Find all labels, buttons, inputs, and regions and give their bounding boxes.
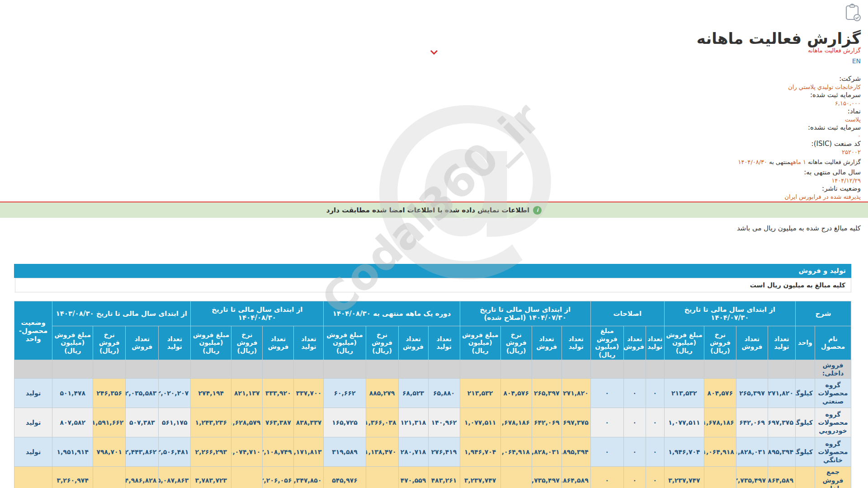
cell-status: تولید (14, 408, 52, 437)
cell-adj-amount (590, 360, 623, 379)
units-note-row: کلیه مبالغ به میلیون ریال است (15, 278, 851, 292)
header-status-col: وضعیت محصول- واحد (14, 301, 52, 360)
company-info-value-2[interactable]: پلاست (738, 116, 861, 123)
cell-b-prod: ۲,۸۶۴,۵۸۹ (561, 467, 590, 488)
amounts-note: کلیه مبالغ درج شده به میلیون ریال می باش… (737, 224, 861, 232)
cell-a-prod (768, 360, 795, 379)
chevron-down-icon[interactable] (430, 48, 438, 56)
cell-product-name: گروه محصولات خودرويي (815, 408, 851, 437)
header-b-amount: مبلغ فروش (میلیون ریال) (460, 326, 500, 360)
header-e-prod: تعداد تولید (159, 326, 191, 360)
company-info-label-4: کد صنعت (ISIC): (738, 140, 861, 148)
cell-e-amount (52, 360, 93, 379)
company-info-value-3[interactable]: ۰ (738, 132, 861, 140)
header-adj-prod: تعداد تولید (646, 326, 664, 360)
cell-a-amount: ۳,۲۳۷,۷۴۷ (664, 467, 704, 488)
page: { "page": { "title": "گزارش فعالیت ماهان… (0, 0, 868, 488)
cell-adj-prod: ۰ (646, 408, 664, 437)
header-b-sold: تعداد فروش (532, 326, 561, 360)
cell-adj-amount: ۰ (590, 408, 623, 437)
cell-a-sold: ۲,۷۳۵,۴۹۷ (736, 467, 768, 488)
cell-c-amount (324, 360, 366, 379)
issuer-status-value[interactable]: پذیرفته شده در فرابورس ایران (738, 193, 861, 201)
cell-e-prod: ۵۶۱,۱۷۵ (159, 408, 191, 437)
cell-a-prod: ۲۷۱,۸۲۰ (768, 379, 795, 408)
header-a-rate: نرخ فروش (ریال) (704, 326, 736, 360)
cell-product-name: فروش داخلی: (815, 360, 851, 379)
cell-e-rate: ۲۴۶,۳۵۶ (93, 379, 126, 408)
report-type-link[interactable]: گزارش فعالیت ماهانه (808, 47, 861, 54)
cell-d-prod: ۲,۱۷۱,۸۱۳ (294, 437, 324, 467)
cell-d-amount: ۱,۲۴۳,۲۳۶ (191, 408, 231, 437)
cell-unit (795, 360, 815, 379)
watermark-at-icon: @ (366, 77, 565, 276)
company-info-value-4[interactable]: ۲۵۲۰۰۲ (738, 148, 861, 156)
cell-d-amount: ۳,۷۸۳,۷۲۳ (191, 467, 231, 488)
header-c-sold: تعداد فروش (398, 326, 428, 360)
company-info-value-0[interactable]: کارخانجات توليدي پلاستي ران (738, 83, 861, 91)
cell-adj-amount: ۰ (590, 437, 623, 467)
cell-d-sold: ۳۳۳,۹۲۰ (263, 379, 294, 408)
cell-e-amount: ۸۰۷,۵۸۲ (52, 408, 93, 437)
cell-adj-amount: ۰ (590, 379, 623, 408)
cell-status: تولید (14, 437, 52, 467)
header-a-sold: تعداد فروش (736, 326, 768, 360)
header-adj-sold: تعداد فروش (623, 326, 646, 360)
header-group-a: از ابتدای سال مالی تا تاریخ ۱۴۰۴/۰۷/۳۰ (664, 301, 795, 326)
cell-adj-sold: ۰ (623, 467, 646, 488)
cell-unit: کیلوگرم (795, 408, 815, 437)
company-info-value-1[interactable]: ۶,۱۵۰,۰۰۰ (738, 99, 861, 107)
cell-a-rate: ۱,۶۷۸,۱۸۶ (704, 408, 736, 437)
cell-b-rate: ۱,۶۷۸,۱۸۶ (500, 408, 532, 437)
cell-status: تولید (14, 379, 52, 408)
cell-c-amount: ۳۱۹,۵۸۹ (324, 437, 366, 467)
header-e-sold: تعداد فروش (126, 326, 159, 360)
cell-e-rate (93, 467, 126, 488)
company-info-label-3: سرمایه ثبت نشده: (738, 123, 861, 132)
cell-e-sold: ۲,۰۳۵,۵۸۳ (126, 379, 159, 408)
cell-d-rate: ۱,۰۷۴,۷۱۰ (231, 437, 263, 467)
cell-c-sold: ۱۲۱,۳۱۸ (398, 408, 428, 437)
report-clipboard-icon[interactable] (844, 3, 862, 24)
english-version-link[interactable]: EN (852, 57, 861, 65)
cell-d-prod: ۳,۳۴۷,۸۵۰ (294, 467, 324, 488)
section-row: فروش داخلی: (14, 360, 851, 379)
cell-a-sold: ۶۴۲,۰۶۹ (736, 408, 768, 437)
production-sales-table-wrap: شرحاز ابتدای سال مالی تا تاریخ ۱۴۰۴/۰۷/۳… (14, 301, 851, 488)
cell-d-sold (263, 360, 294, 379)
company-info-label-2: نماد: (738, 107, 861, 116)
production-sales-table: شرحاز ابتدای سال مالی تا تاریخ ۱۴۰۴/۰۷/۳… (14, 301, 851, 488)
cell-adj-prod: ۰ (646, 437, 664, 467)
cell-d-amount: ۲,۲۶۶,۲۹۳ (191, 437, 231, 467)
fiscal-year-value[interactable]: ۱۴۰۴/۱۲/۲۹ (738, 177, 861, 184)
cell-c-sold: ۴۷۰,۵۵۹ (398, 467, 428, 488)
cell-a-prod: ۶۹۷,۳۷۵ (768, 408, 795, 437)
section-header-production-sales: تولید و فروش (14, 264, 851, 278)
cell-c-prod: ۴۸۳,۲۶۱ (428, 467, 460, 488)
cell-d-prod (294, 360, 324, 379)
issuer-status-label: وضعیت ناشر: (738, 184, 861, 193)
cell-adj-sold: ۰ (623, 408, 646, 437)
cell-e-sold (126, 360, 159, 379)
cell-d-rate: ۸۲۱,۱۳۷ (231, 379, 263, 408)
cell-b-amount: ۱,۹۴۶,۷۰۴ (460, 437, 500, 467)
cell-b-sold: ۲,۷۳۵,۴۹۷ (532, 467, 561, 488)
cell-a-rate: ۸۰۴,۵۷۶ (704, 379, 736, 408)
cell-e-amount: ۵۰۱,۴۷۸ (52, 379, 93, 408)
cell-a-rate (704, 360, 736, 379)
cell-unit (795, 467, 815, 488)
cell-d-sold: ۷۶۳,۳۸۷ (263, 408, 294, 437)
fiscal-year-label: سال مالی منتهی به: (738, 168, 861, 177)
signed-banner-text: اطلاعات نمایش داده شده با اطلاعات امضا ش… (326, 206, 529, 214)
header-unit: واحد (795, 326, 815, 360)
cell-b-amount: ۱,۰۷۷,۵۱۱ (460, 408, 500, 437)
cell-b-sold (532, 360, 561, 379)
header-product-name: نام محصول (815, 326, 851, 360)
header-d-amount: مبلغ فروش (میلیون ریال) (191, 326, 231, 360)
cell-adj-prod: ۰ (646, 467, 664, 488)
header-e-amount: مبلغ فروش (میلیون ریال) (52, 326, 93, 360)
report-period-value: ۱ ماهه (790, 159, 806, 165)
cell-adj-sold: ۰ (623, 437, 646, 467)
cell-e-prod: ۲,۵۰۶,۴۸۱ (159, 437, 191, 467)
cell-b-sold: ۱,۸۲۸,۰۳۱ (532, 437, 561, 467)
